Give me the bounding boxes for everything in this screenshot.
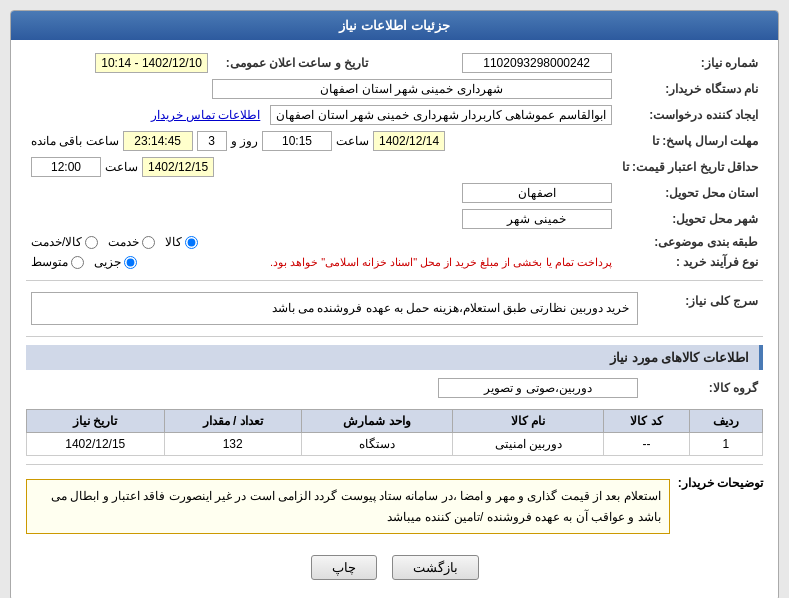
col-radif: ردیف <box>689 410 762 433</box>
buyer-notes-row: توضیحات خریدار: استعلام بعد از قیمت گذار… <box>26 473 763 540</box>
info-section-title: اطلاعات کالاهای مورد نیاز <box>26 345 763 370</box>
jadval-time: 12:00 <box>31 157 101 177</box>
ostan-input: اصفهان <box>462 183 612 203</box>
jadval-row: 1402/12/15 ساعت 12:00 <box>26 154 617 180</box>
content-area: شماره نیاز: 1102093298000242 تاریخ و ساع… <box>11 40 778 598</box>
mohlat-label: مهلت ارسال پاسخ: تا <box>617 128 763 154</box>
nam-dastgah-input: شهرداری خمینی شهر استان اصفهان <box>212 79 612 99</box>
radio-kala-khadamat-label: کالا/خدمت <box>31 235 82 249</box>
sarj-box: خرید دوربین نظارتی طبق استعلام،هزینه حمل… <box>31 292 638 325</box>
shomare-niaz-label: شماره نیاز: <box>617 50 763 76</box>
radio-khadamat-label: خدمت <box>108 235 139 249</box>
main-container: جزئیات اطلاعات نیاز شماره نیاز: 11020932… <box>10 10 779 598</box>
page-header: جزئیات اطلاعات نیاز <box>11 11 778 40</box>
col-tedad: تعداد / مقدار <box>164 410 301 433</box>
noe-farayand-radio-group: متوسط جزیی <box>31 255 137 269</box>
radio-mozavat-label: متوسط <box>31 255 68 269</box>
page-title: جزئیات اطلاعات نیاز <box>339 18 449 33</box>
table-cell: دستگاه <box>301 433 452 456</box>
shahr-label: شهر محل تحویل: <box>617 206 763 232</box>
table-cell: -- <box>604 433 689 456</box>
buyer-notes-box: استعلام بعد از قیمت گذاری و مهر و امضا ،… <box>26 479 670 534</box>
mohlat-saat-label: ساعت <box>336 134 369 148</box>
ejad-konande-value: ابوالقاسم عموشاهی کاربردار شهرداری خمینی… <box>26 102 617 128</box>
table-cell: 1402/12/15 <box>27 433 165 456</box>
chap-button[interactable]: چاپ <box>311 555 377 580</box>
group-kala-input: دوربین،صوتی و تصویر <box>438 378 638 398</box>
jadval-date: 1402/12/15 <box>142 157 214 177</box>
ostan-value: اصفهان <box>26 180 617 206</box>
ostan-label: استان محل تحویل: <box>617 180 763 206</box>
taarikh-input: 1402/12/10 - 10:14 <box>95 53 208 73</box>
divider-1 <box>26 280 763 281</box>
ejad-konande-input: ابوالقاسم عموشاهی کاربردار شهرداری خمینی… <box>270 105 611 125</box>
bottom-buttons: بازگشت چاپ <box>26 545 763 590</box>
mohlat-roz-label: روز و <box>231 134 258 148</box>
taarikh-label: تاریخ و ساعت اعلان عمومی: <box>213 50 373 76</box>
radio-khadamat-input[interactable] <box>142 236 155 249</box>
radio-kala-khadamat[interactable]: کالا/خدمت <box>31 235 98 249</box>
sarj-table: سرج کلی نیاز: خرید دوربین نظارتی طبق است… <box>26 289 763 328</box>
noe-farayand-label: نوع فرآیند خرید : <box>617 252 763 272</box>
radio-jozvi-label: جزیی <box>94 255 121 269</box>
tabaqe-label: طبقه بندی موضوعی: <box>617 232 763 252</box>
taarikh-value: 1402/12/10 - 10:14 <box>26 50 213 76</box>
jadval-label: حداقل تاریخ اعتبار قیمت: تا <box>617 154 763 180</box>
bazgasht-button[interactable]: بازگشت <box>392 555 479 580</box>
mohlat-time: 10:15 <box>262 131 332 151</box>
radio-kala-label: کالا <box>165 235 182 249</box>
radio-kala[interactable]: کالا <box>165 235 198 249</box>
sarj-label: سرج کلی نیاز: <box>643 289 763 328</box>
table-cell: دوربین امنیتی <box>453 433 604 456</box>
table-cell: 132 <box>164 433 301 456</box>
mohlat-baqi-label: ساعت باقی مانده <box>31 134 119 148</box>
mohlat-date: 1402/12/14 <box>373 131 445 151</box>
jadval-saat-label: ساعت <box>105 160 138 174</box>
mohlat-roz-value: 3 <box>197 131 227 151</box>
radio-mozavat[interactable]: متوسط <box>31 255 84 269</box>
nam-dastgah-value: شهرداری خمینی شهر استان اصفهان <box>26 76 617 102</box>
noe-farayand-row: پرداخت تمام یا بخشی از مبلغ خرید از محل … <box>26 252 617 272</box>
info-table: شماره نیاز: 1102093298000242 تاریخ و ساع… <box>26 50 763 272</box>
noe-farayand-note: پرداخت تمام یا بخشی از مبلغ خرید از محل … <box>270 256 612 269</box>
ejad-konande-label: ایجاد کننده درخواست: <box>617 102 763 128</box>
shahr-input: خمینی شهر <box>462 209 612 229</box>
group-kala-table: گروه کالا: دوربین،صوتی و تصویر <box>26 375 763 401</box>
table-row: 1--دوربین امنیتیدستگاه1321402/12/15 <box>27 433 763 456</box>
goods-table: ردیف کد کالا نام کالا واحد شمارش تعداد /… <box>26 409 763 456</box>
tabaqe-row: کالا/خدمت خدمت کالا <box>26 232 617 252</box>
col-tarikh: تاریخ نیاز <box>27 410 165 433</box>
table-cell: 1 <box>689 433 762 456</box>
divider-3 <box>26 464 763 465</box>
radio-khadamat[interactable]: خدمت <box>108 235 155 249</box>
mohlat-baqi-value: 23:14:45 <box>123 131 193 151</box>
divider-2 <box>26 336 763 337</box>
radio-jozvi-input[interactable] <box>124 256 137 269</box>
radio-kala-khadamat-input[interactable] <box>85 236 98 249</box>
radio-mozavat-input[interactable] <box>71 256 84 269</box>
tabaqe-radio-group: کالا/خدمت خدمت کالا <box>31 235 612 249</box>
col-name: نام کالا <box>453 410 604 433</box>
group-kala-label: گروه کالا: <box>643 375 763 401</box>
radio-jozvi[interactable]: جزیی <box>94 255 137 269</box>
sarj-value-cell: خرید دوربین نظارتی طبق استعلام،هزینه حمل… <box>26 289 643 328</box>
buyer-notes-label: توضیحات خریدار: <box>678 476 763 490</box>
radio-kala-input[interactable] <box>185 236 198 249</box>
group-kala-value-cell: دوربین،صوتی و تصویر <box>26 375 643 401</box>
shomare-niaz-input: 1102093298000242 <box>462 53 612 73</box>
ejad-konande-link[interactable]: اطلاعات تماس خریدار <box>151 108 261 122</box>
col-vahed: واحد شمارش <box>301 410 452 433</box>
shahr-value: خمینی شهر <box>26 206 617 232</box>
nam-dastgah-label: نام دستگاه خریدار: <box>617 76 763 102</box>
shomare-niaz-value: 1102093298000242 <box>373 50 617 76</box>
col-kod: کد کالا <box>604 410 689 433</box>
mohlat-row: 1402/12/14 ساعت 10:15 روز و 3 23:14:45 س… <box>26 128 617 154</box>
